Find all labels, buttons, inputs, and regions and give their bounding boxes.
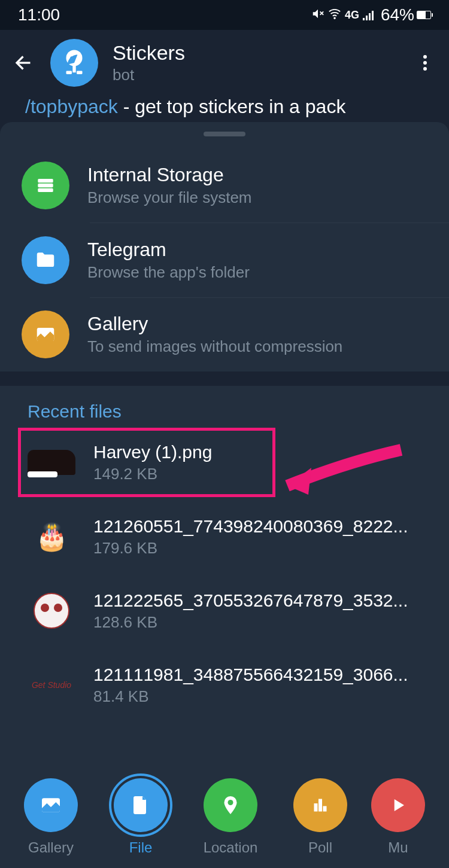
bot-avatar[interactable] [50,39,98,87]
attachment-sheet: Internal Storage Browse your file system… [0,122,449,868]
status-time: 11:00 [18,5,60,25]
file-item-harvey[interactable]: Harvey (1).png 149.2 KB [0,425,449,500]
svg-rect-19 [318,799,322,812]
file-size: 81.4 KB [93,687,431,706]
svg-rect-4 [366,16,368,20]
svg-rect-13 [38,184,53,187]
battery-indicator: 64% [381,5,431,25]
chat-subtitle: bot [113,66,399,84]
file-item[interactable]: 🎂 121260551_774398240080369_8222... 179.… [0,500,449,574]
file-name: Harvey (1).png [93,442,431,462]
svg-rect-3 [363,18,365,20]
tab-label: Location [204,839,258,856]
file-size: 179.6 KB [93,539,431,558]
tab-poll[interactable]: Poll [287,778,353,856]
file-name: 121260551_774398240080369_8222... [93,516,431,537]
status-right: 4G 64% [311,5,431,25]
tab-location[interactable]: Location [198,778,263,856]
file-name: 121222565_370553267647879_3532... [93,590,431,611]
svg-rect-9 [72,65,75,72]
storage-subtitle: To send images without compression [87,337,431,356]
poll-icon [293,778,347,832]
svg-rect-11 [77,71,82,74]
file-thumbnail [28,438,75,486]
folder-icon [22,236,69,284]
status-icons: 4G [311,5,375,25]
storage-title: Telegram [87,239,431,261]
tab-label: Mu [388,839,408,856]
pin-icon [204,778,257,832]
recent-files-header: Recent files [0,386,449,425]
storage-icon [22,162,69,209]
chat-title-block[interactable]: Stickers bot [113,41,399,84]
svg-point-2 [334,17,335,19]
battery-percent: 64% [381,5,414,25]
file-size: 149.2 KB [93,465,431,483]
storage-item-internal[interactable]: Internal Storage Browse your file system [0,148,449,223]
attachment-tabbar: Gallery File Location Poll Mu [0,766,449,868]
gallery-icon [22,310,69,358]
tab-label: File [129,839,153,856]
file-name: 121111981_348875566432159_3066... [93,665,431,685]
drag-handle[interactable] [204,132,245,136]
file-item[interactable]: 121222565_370553267647879_3532... 128.6 … [0,574,449,648]
svg-point-17 [228,800,233,805]
svg-rect-18 [314,803,318,812]
file-thumbnail: Get Studio [28,661,75,709]
wifi-icon [328,5,341,25]
file-size: 128.6 KB [93,613,431,632]
storage-title: Internal Storage [87,164,431,186]
svg-rect-20 [323,806,327,812]
storage-list: Internal Storage Browse your file system… [0,148,449,371]
svg-rect-14 [38,188,53,192]
chat-peek-rest: - get top stickers in a pack [118,96,346,117]
storage-title: Gallery [87,313,431,335]
status-bar: 11:00 4G 64% [0,0,449,30]
tab-file[interactable]: File [108,778,174,856]
file-icon [114,778,168,832]
storage-subtitle: Browse your file system [87,188,431,207]
chat-title: Stickers [113,41,399,65]
tab-gallery[interactable]: Gallery [18,778,84,856]
image-icon [24,778,78,832]
tab-label: Gallery [28,839,74,856]
more-options-button[interactable] [413,55,437,71]
back-button[interactable] [12,52,36,74]
svg-rect-5 [369,13,371,20]
command-link[interactable]: /topbypack [25,96,118,117]
svg-rect-10 [66,71,72,74]
mute-icon [311,5,324,25]
chat-header: Stickers bot [0,30,449,96]
svg-point-8 [70,56,73,59]
network-label: 4G [345,9,359,22]
tab-label: Poll [308,839,332,856]
signal-icon [363,5,375,25]
tab-music[interactable]: Mu [377,778,413,856]
play-icon [371,778,425,832]
file-thumbnail: 🎂 [28,513,75,561]
storage-item-gallery[interactable]: Gallery To send images without compressi… [0,297,449,371]
file-item[interactable]: Get Studio 121111981_348875566432159_306… [0,648,449,722]
file-thumbnail [28,587,75,635]
svg-rect-6 [372,11,374,20]
storage-subtitle: Browse the app's folder [87,263,431,282]
chat-peek: /topbypack - get top stickers in a pack [0,96,449,122]
svg-rect-12 [38,179,53,182]
storage-item-telegram[interactable]: Telegram Browse the app's folder [0,223,449,297]
